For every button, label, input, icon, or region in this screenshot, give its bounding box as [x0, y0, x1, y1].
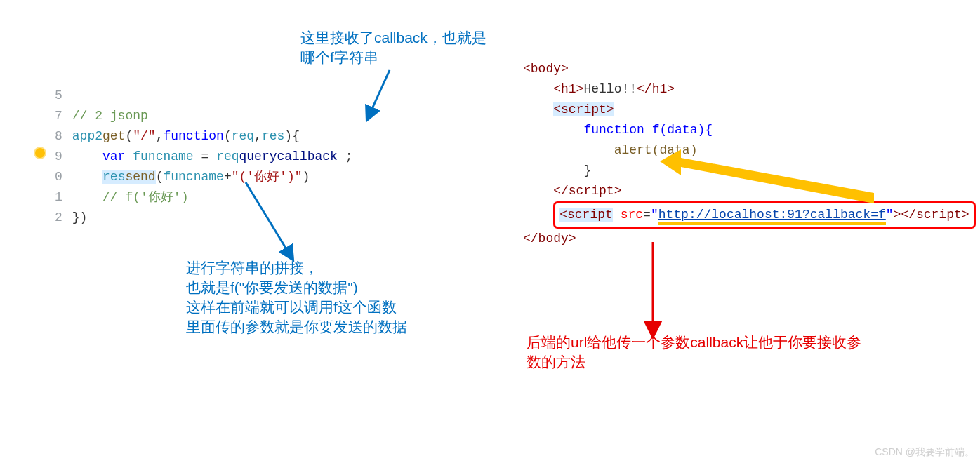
token: =: [643, 208, 651, 222]
token: Hello!!: [583, 82, 637, 96]
annotation-text: 里面传的参数就是你要发送的数据: [186, 317, 407, 337]
token: </body>: [523, 232, 576, 246]
token: (: [125, 129, 133, 143]
token: "/": [133, 129, 155, 143]
token: [125, 149, 133, 163]
lightbulb-icon[interactable]: [35, 148, 45, 158]
token: src: [621, 208, 643, 222]
token: req: [216, 149, 239, 163]
token: ;: [338, 149, 353, 163]
token: >: [894, 208, 901, 222]
token: get: [102, 129, 125, 143]
code-line[interactable]: ressend(funcname+"('你好')"): [72, 167, 353, 187]
code-line[interactable]: }: [523, 161, 976, 181]
line-number-gutter: 5 7 8 9 0 1 2: [55, 86, 72, 228]
token: ,: [254, 129, 262, 143]
token: function: [163, 129, 223, 143]
code-line[interactable]: [72, 86, 353, 106]
code-line[interactable]: </script>: [523, 181, 976, 201]
token: function f(data){: [583, 123, 713, 137]
token: <script: [559, 208, 613, 222]
token: <body>: [523, 62, 569, 76]
token: ": [886, 208, 894, 222]
token: funcname: [133, 149, 193, 163]
code-right: <body> <h1>Hello!!</h1> <script> functio…: [523, 59, 976, 249]
code-line[interactable]: var funcname = reqquerycallback ;: [72, 147, 353, 167]
token: ){: [284, 129, 300, 143]
line-number: 0: [55, 167, 62, 187]
token: query: [239, 149, 277, 163]
annotation-top: 这里接收了callback，也就是 哪个f字符串: [300, 28, 486, 67]
token: }): [72, 210, 88, 224]
token: }: [583, 163, 591, 177]
annotation-text: 这样在前端就可以调用f这个函数: [186, 297, 407, 317]
arrow-blue-top: [372, 70, 390, 109]
token: ,: [156, 129, 164, 143]
highlighted-script-tag: <script src="http://localhost:91?callbac…: [553, 201, 975, 229]
code-line[interactable]: function f(data){: [523, 120, 976, 140]
annotation-text: 哪个f字符串: [300, 48, 486, 67]
annotation-left-bottom: 进行字符串的拼接， 也就是f("你要发送的数据") 这样在前端就可以调用f这个函…: [186, 258, 407, 337]
annotation-text: 后端的url给他传一个参数callback让他于你要接收参: [527, 333, 920, 352]
code-line[interactable]: alert(data): [523, 140, 976, 161]
token: app2: [72, 129, 102, 143]
url-link[interactable]: http://localhost:91?callback=f: [658, 208, 886, 225]
code-line[interactable]: <h1>Hello!!</h1>: [523, 79, 976, 100]
code-line[interactable]: }): [72, 208, 353, 228]
token: =: [194, 149, 216, 163]
token: [613, 208, 621, 222]
token: </script>: [901, 208, 969, 222]
code-line[interactable]: <script src="http://localhost:91?callbac…: [523, 201, 976, 229]
line-number: 9: [55, 147, 62, 167]
token: res: [262, 129, 284, 143]
token: ): [303, 170, 310, 184]
token: +: [224, 170, 232, 184]
line-number: 8: [55, 126, 62, 147]
annotation-text: 这里接收了callback，也就是: [300, 28, 486, 48]
annotation-text: 也就是f("你要发送的数据"): [186, 278, 407, 297]
code-line[interactable]: </body>: [523, 229, 976, 249]
token: (: [224, 129, 232, 143]
token: callback: [277, 149, 338, 163]
line-number: 1: [55, 187, 62, 208]
watermark: CSDN @我要学前端。: [875, 446, 974, 459]
token: (: [156, 170, 164, 184]
token: req: [232, 129, 254, 143]
token: alert(data): [614, 143, 698, 157]
code-line[interactable]: // f('你好'): [72, 187, 353, 208]
line-number: 2: [55, 208, 62, 228]
code-line[interactable]: // 2 jsonp: [72, 106, 353, 126]
token: var: [102, 149, 125, 163]
token: </script>: [553, 184, 621, 198]
token: send: [125, 170, 155, 184]
line-number: 7: [55, 106, 62, 126]
token: </h1>: [637, 82, 675, 96]
token: ": [651, 208, 658, 222]
annotation-text: 数的方法: [527, 352, 920, 372]
annotation-right-bottom: 后端的url给他传一个参数callback让他于你要接收参 数的方法: [527, 333, 920, 372]
token: <script>: [553, 102, 614, 116]
token: "('你好')": [232, 170, 303, 184]
token: <h1>: [553, 82, 583, 96]
token: res: [102, 170, 125, 184]
line-number: 5: [55, 86, 62, 106]
code-left: 5 7 8 9 0 1 2 // 2 jsonp app2get("/",fun…: [55, 86, 353, 228]
comment: // 2 jsonp: [72, 109, 148, 123]
token: funcname: [163, 170, 223, 184]
code-line[interactable]: <script>: [523, 100, 976, 120]
code-line[interactable]: app2get("/",function(req,res){: [72, 126, 353, 147]
annotation-text: 进行字符串的拼接，: [186, 258, 407, 278]
code-line[interactable]: <body>: [523, 59, 976, 79]
comment: // f('你好'): [102, 190, 188, 204]
